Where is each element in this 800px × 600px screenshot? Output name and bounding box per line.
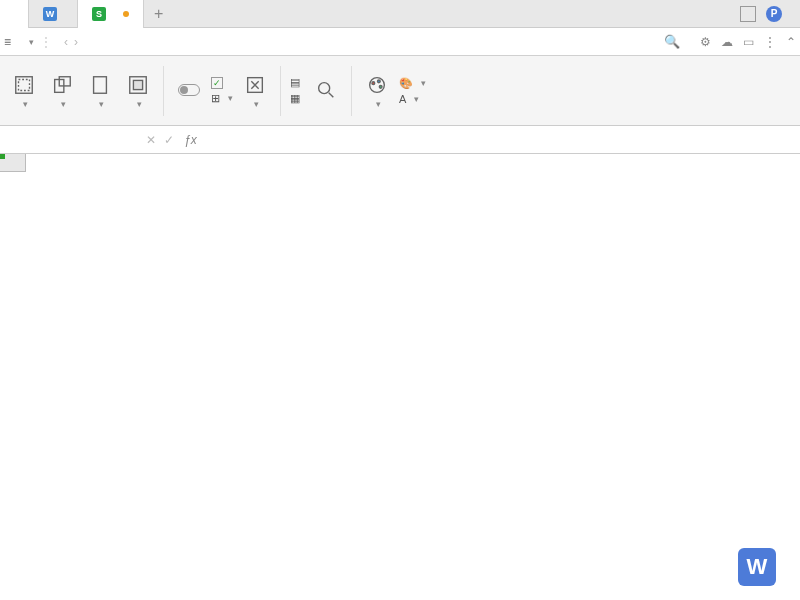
- sep-icon: ⋮: [764, 35, 776, 49]
- orient-button[interactable]: ▾: [46, 73, 78, 109]
- headfoot-button[interactable]: ▦: [290, 92, 304, 105]
- break-icon: ⊞: [211, 92, 220, 105]
- nav-right-icon[interactable]: ›: [74, 35, 78, 49]
- tab-doc2[interactable]: S: [78, 0, 144, 28]
- show-break-checkbox[interactable]: ✓: [211, 77, 233, 89]
- watermark: W: [730, 544, 790, 590]
- wps-pin-icon[interactable]: P: [766, 6, 782, 22]
- sep-icon: ⋮: [40, 35, 52, 49]
- hamburger-icon[interactable]: ≡: [4, 35, 11, 49]
- wps-logo-icon: W: [738, 548, 776, 586]
- svg-point-10: [372, 81, 375, 84]
- svg-point-8: [319, 82, 330, 93]
- titles-button[interactable]: ▤: [290, 76, 304, 89]
- confirm-icon[interactable]: ✓: [164, 133, 174, 147]
- svg-point-11: [377, 79, 380, 82]
- fonts-button[interactable]: A▾: [399, 93, 426, 105]
- fonts-icon: A: [399, 93, 406, 105]
- preview-icon: [177, 78, 201, 102]
- tool-icon-2[interactable]: ☁: [721, 35, 733, 49]
- tab-count-badge[interactable]: [740, 6, 756, 22]
- menu-bar: ≡ ▾ ⋮ ‹ › 🔍 ⚙ ☁ ▭ ⋮ ⌃: [0, 28, 800, 56]
- orient-icon: [50, 73, 74, 97]
- margins-icon: [12, 73, 36, 97]
- insert-break-button[interactable]: ⊞▾: [211, 92, 233, 105]
- formula-bar: ✕ ✓ ƒx: [0, 126, 800, 154]
- tool-icon-3[interactable]: ▭: [743, 35, 754, 49]
- area-icon: [126, 73, 150, 97]
- spreadsheet: W: [0, 154, 800, 600]
- theme-button[interactable]: ▾: [361, 73, 393, 109]
- svg-point-12: [379, 85, 382, 88]
- svg-point-9: [370, 77, 385, 92]
- nav-left-icon[interactable]: ‹: [64, 35, 68, 49]
- size-icon: [88, 73, 112, 97]
- colors-icon: 🎨: [399, 77, 413, 90]
- colors-button[interactable]: 🎨▾: [399, 77, 426, 90]
- scale-button[interactable]: ▾: [239, 73, 271, 109]
- tabs-bar: W S + P: [0, 0, 800, 28]
- select-all-corner[interactable]: [0, 154, 26, 172]
- svg-rect-1: [19, 79, 30, 90]
- tab-home[interactable]: [0, 0, 29, 28]
- svg-rect-3: [59, 76, 70, 85]
- new-tab-button[interactable]: +: [144, 5, 173, 23]
- theme-icon: [365, 73, 389, 97]
- tool-icon-1[interactable]: ⚙: [700, 35, 711, 49]
- area-button[interactable]: ▾: [122, 73, 154, 109]
- chevron-down-icon: ▾: [29, 37, 34, 47]
- scale-icon: [243, 73, 267, 97]
- printview-button[interactable]: [310, 78, 342, 104]
- headfoot-icon: ▦: [290, 92, 300, 105]
- svg-rect-6: [133, 80, 142, 89]
- printview-icon: [314, 78, 338, 102]
- margins-button[interactable]: ▾: [8, 73, 40, 109]
- overflow-icon[interactable]: ⌃: [786, 35, 796, 49]
- ribbon: ▾ ▾ ▾ ▾ ✓ ⊞▾ ▾ ▤ ▦ ▾ 🎨▾ A▾: [0, 56, 800, 126]
- tab-doc1[interactable]: W: [29, 0, 78, 28]
- svg-rect-4: [94, 76, 107, 93]
- fx-icon[interactable]: ƒx: [184, 133, 197, 147]
- sheet-icon: S: [92, 7, 106, 21]
- file-menu[interactable]: [17, 40, 23, 44]
- titles-icon: ▤: [290, 76, 300, 89]
- modified-dot-icon: [123, 11, 129, 17]
- cancel-icon[interactable]: ✕: [146, 133, 156, 147]
- preview-button[interactable]: [173, 78, 205, 104]
- size-button[interactable]: ▾: [84, 73, 116, 109]
- search-icon[interactable]: 🔍: [664, 34, 680, 49]
- word-icon: W: [43, 7, 57, 21]
